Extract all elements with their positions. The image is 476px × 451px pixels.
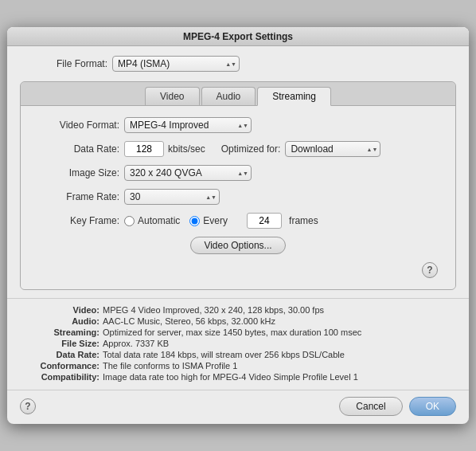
video-format-select[interactable]: MPEG-4 Improved MPEG-4 H.264 <box>124 117 252 133</box>
bottom-buttons: Cancel OK <box>339 397 456 416</box>
optimized-select-wrapper: Download Streaming CD-ROM DVD <box>285 141 380 157</box>
summary-conformance-val: The file conforms to ISMA Profile 1 <box>103 361 456 371</box>
summary-video-val: MPEG 4 Video Improved, 320 x 240, 128 kb… <box>103 305 456 315</box>
summary-area: Video: MPEG 4 Video Improved, 320 x 240,… <box>7 298 469 390</box>
summary-compatibility-row: Compatibility: Image data rate too high … <box>20 372 456 382</box>
summary-streaming-key: Streaming: <box>20 327 99 337</box>
summary-video-row: Video: MPEG 4 Video Improved, 320 x 240,… <box>20 305 456 315</box>
summary-audio-key: Audio: <box>20 316 99 326</box>
file-format-label: File Format: <box>20 58 107 69</box>
window-title: MPEG-4 Export Settings <box>183 31 293 42</box>
tab-content: Video Format: MPEG-4 Improved MPEG-4 H.2… <box>21 106 455 289</box>
summary-compatibility-key: Compatibility: <box>20 372 99 382</box>
tab-help-button[interactable]: ? <box>422 262 438 278</box>
frame-rate-select-wrapper: 30 29.97 25 24 15 10 <box>124 189 220 205</box>
tab-video[interactable]: Video <box>145 87 199 105</box>
main-window: MPEG-4 Export Settings File Format: MP4 … <box>7 27 469 424</box>
keyframe-automatic-radio[interactable] <box>124 216 135 226</box>
file-format-row: File Format: MP4 (ISMA) MP4 MPEG-4 <box>20 56 456 72</box>
summary-filesize-val: Approx. 7337 KB <box>103 339 456 348</box>
key-frame-label: Key Frame: <box>32 215 119 226</box>
image-size-label: Image Size: <box>32 167 119 178</box>
tab-audio[interactable]: Audio <box>201 87 256 105</box>
summary-conformance-row: Conformance: The file conforms to ISMA P… <box>20 361 456 371</box>
bottom-help-button[interactable]: ? <box>20 398 36 414</box>
summary-audio-row: Audio: AAC-LC Music, Stereo, 56 kbps, 32… <box>20 316 456 326</box>
summary-video-key: Video: <box>20 305 99 315</box>
video-format-row: Video Format: MPEG-4 Improved MPEG-4 H.2… <box>32 117 444 133</box>
data-rate-unit: kbits/sec <box>168 143 205 155</box>
file-format-select-wrapper: MP4 (ISMA) MP4 MPEG-4 <box>112 56 240 72</box>
key-frame-frames-label: frames <box>289 215 318 226</box>
key-frame-radio-group: Automatic Every frames <box>124 213 325 229</box>
tab-streaming[interactable]: Streaming <box>257 87 331 106</box>
frame-rate-select[interactable]: 30 29.97 25 24 15 10 <box>124 189 220 205</box>
video-format-select-wrapper: MPEG-4 Improved MPEG-4 H.264 <box>124 117 252 133</box>
file-format-select[interactable]: MP4 (ISMA) MP4 MPEG-4 <box>112 56 240 72</box>
content-area: File Format: MP4 (ISMA) MP4 MPEG-4 Video… <box>7 46 469 298</box>
summary-conformance-key: Conformance: <box>20 361 99 371</box>
summary-filesize-row: File Size: Approx. 7337 KB <box>20 339 456 348</box>
key-frame-row: Key Frame: Automatic Every frames <box>32 213 444 229</box>
cancel-button[interactable]: Cancel <box>339 397 402 416</box>
frame-rate-row: Frame Rate: 30 29.97 25 24 15 10 <box>32 189 444 205</box>
data-rate-label: Data Rate: <box>32 143 119 155</box>
tabs-area: Video Audio Streaming Video Format: MPEG… <box>20 81 456 290</box>
video-options-row: Video Options... <box>32 237 444 254</box>
data-rate-input[interactable]: 128 <box>124 141 164 157</box>
data-rate-row: Data Rate: 128 kbits/sec Optimized for: … <box>32 141 444 157</box>
image-size-select[interactable]: 320 x 240 QVGA 640 x 480 1280 x 720 <box>124 165 252 181</box>
summary-datarate-key: Data Rate: <box>20 350 99 359</box>
optimized-select[interactable]: Download Streaming CD-ROM DVD <box>285 141 380 157</box>
bottom-bar: ? Cancel OK <box>7 390 469 424</box>
optimized-for-label: Optimized for: <box>221 143 281 155</box>
keyframe-every-label: Every <box>203 215 228 226</box>
titlebar: MPEG-4 Export Settings <box>7 27 469 46</box>
video-format-label: Video Format: <box>32 120 119 131</box>
image-size-select-wrapper: 320 x 240 QVGA 640 x 480 1280 x 720 <box>124 165 252 181</box>
video-options-button[interactable]: Video Options... <box>190 237 285 254</box>
summary-compatibility-val: Image data rate too high for MPEG-4 Vide… <box>103 372 456 382</box>
summary-streaming-val: Optimized for server, max size 1450 byte… <box>103 327 456 337</box>
summary-datarate-val: Total data rate 184 kbps, will stream ov… <box>103 350 456 359</box>
help-row: ? <box>32 259 444 281</box>
image-size-row: Image Size: 320 x 240 QVGA 640 x 480 128… <box>32 165 444 181</box>
frame-rate-label: Frame Rate: <box>32 191 119 202</box>
summary-audio-val: AAC-LC Music, Stereo, 56 kbps, 32.000 kH… <box>103 316 456 326</box>
summary-streaming-row: Streaming: Optimized for server, max siz… <box>20 327 456 337</box>
keyframe-automatic-label: Automatic <box>138 215 180 226</box>
ok-button[interactable]: OK <box>409 397 456 416</box>
keyframe-every-radio[interactable] <box>189 216 200 226</box>
summary-filesize-key: File Size: <box>20 339 99 348</box>
tab-bar: Video Audio Streaming <box>21 82 455 106</box>
key-frame-value-input[interactable] <box>247 213 282 229</box>
summary-datarate-row: Data Rate: Total data rate 184 kbps, wil… <box>20 350 456 359</box>
